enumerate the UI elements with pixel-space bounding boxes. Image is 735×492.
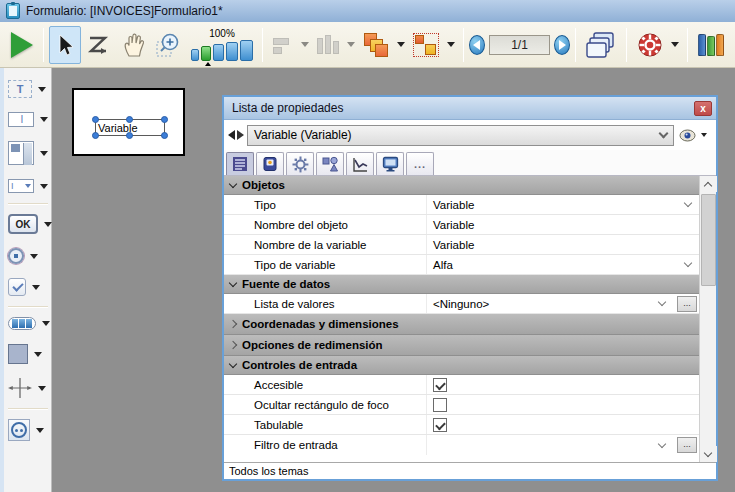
separator — [8, 306, 48, 307]
view-options-button[interactable] — [677, 129, 712, 142]
distribute-dropdown-arrow[interactable] — [347, 42, 355, 47]
splitter-tool-dropdown-arrow[interactable] — [38, 386, 46, 391]
property-list: Objetos Tipo Variable Nombre del objeto … — [224, 176, 699, 462]
zoom-bar-400[interactable] — [226, 42, 238, 61]
splitter-tool[interactable] — [8, 378, 46, 398]
zoom-bar-800[interactable] — [240, 40, 253, 61]
window-title: Formulario: [INVOICES]Formulario1* — [26, 4, 223, 18]
zoom-bar-200[interactable] — [213, 44, 224, 61]
selection-handle-bottom-right[interactable] — [161, 132, 168, 139]
form-list-button[interactable] — [581, 26, 621, 64]
zoom-bar-50[interactable] — [191, 49, 199, 61]
plugin-area-tool[interactable] — [8, 419, 44, 441]
chevron-right-icon — [229, 341, 237, 349]
method-button[interactable] — [632, 26, 668, 64]
ocultar-foco-checkbox[interactable] — [433, 398, 447, 412]
zoom-marker-icon — [205, 62, 211, 66]
execute-form-button[interactable] — [6, 26, 38, 64]
previous-page-button[interactable] — [469, 35, 485, 55]
property-label: Nombre de la variable — [224, 235, 427, 254]
section-header-coordenadas[interactable]: Coordenadas y dimensiones — [224, 314, 699, 335]
section-header-redimension[interactable]: Opciones de redimensión — [224, 335, 699, 356]
tab-control-tool[interactable] — [8, 317, 50, 330]
selection-tool-button[interactable] — [49, 26, 81, 64]
next-page-button[interactable] — [554, 35, 570, 55]
previous-object-button[interactable] — [228, 130, 235, 140]
tab-events[interactable] — [346, 152, 374, 175]
checkbox-tool-dropdown-arrow[interactable] — [32, 285, 40, 290]
tab-settings[interactable] — [286, 152, 314, 175]
tab-shapes[interactable] — [316, 152, 344, 175]
entry-order-tool-button[interactable] — [81, 26, 117, 64]
section-header-controles-entrada[interactable]: Controles de entrada — [224, 356, 699, 375]
rectangle-tool[interactable] — [8, 344, 42, 364]
tab-property-list[interactable] — [226, 152, 254, 175]
property-panel-titlebar[interactable]: Lista de propiedades x — [224, 97, 716, 120]
zoom-tool-button[interactable] — [151, 26, 187, 64]
separator — [626, 28, 627, 62]
entry-order-z-icon — [86, 33, 112, 57]
combobox-tool[interactable]: I — [8, 179, 48, 193]
close-button[interactable]: x — [694, 101, 712, 116]
tab-book[interactable] — [256, 152, 284, 175]
level-objects-button[interactable] — [358, 26, 394, 64]
selection-handle-top-middle[interactable] — [126, 116, 133, 123]
radio-tool[interactable] — [8, 248, 38, 264]
property-list-scrollbar[interactable] — [699, 176, 716, 462]
radio-tool-dropdown-arrow[interactable] — [30, 254, 38, 259]
tab-control-icon — [8, 317, 36, 330]
lista-valores-ellipsis-button[interactable]: ... — [677, 296, 697, 312]
scroll-up-button[interactable] — [700, 176, 717, 192]
tab-display[interactable] — [376, 152, 404, 175]
property-value: Variable — [433, 199, 474, 211]
explorer-button[interactable] — [693, 26, 729, 64]
distribute-objects-button — [312, 26, 344, 64]
object-selector-dropdown[interactable]: Variable (Variable) — [247, 125, 674, 146]
scrollbar-thumb[interactable] — [701, 194, 716, 286]
next-page-icon — [559, 40, 566, 50]
tab-more[interactable]: ... — [406, 152, 434, 175]
tabulable-checkbox[interactable] — [433, 418, 447, 432]
next-object-button[interactable] — [237, 130, 244, 140]
chevron-down-icon — [659, 129, 669, 139]
selection-handle-bottom-middle[interactable] — [126, 132, 133, 139]
rectangle-tool-dropdown-arrow[interactable] — [34, 352, 42, 357]
tipo-dropdown[interactable]: Variable — [427, 195, 699, 214]
accesible-checkbox[interactable] — [433, 378, 447, 392]
section-header-fuente-de-datos[interactable]: Fuente de datos — [224, 275, 699, 294]
input-tool[interactable]: I — [8, 112, 48, 127]
tab-control-dropdown-arrow[interactable] — [42, 321, 50, 326]
button-tool-dropdown-arrow[interactable] — [44, 222, 52, 227]
lista-valores-dropdown[interactable]: <Ninguno> ... — [427, 294, 699, 313]
scrollbar-track[interactable] — [700, 192, 717, 446]
button-tool[interactable]: OK — [8, 214, 52, 234]
tipo-variable-dropdown[interactable]: Alfa — [427, 255, 699, 274]
group-objects-button[interactable] — [408, 26, 444, 64]
themes-filter-label[interactable]: Todos los temas — [229, 465, 308, 477]
listbox-tool-dropdown-arrow[interactable] — [40, 151, 48, 156]
method-dropdown-arrow[interactable] — [671, 42, 679, 47]
zoom-bar-100-active[interactable] — [201, 46, 211, 61]
plugin-area-dropdown-arrow[interactable] — [36, 428, 44, 433]
selection-handle-top-left[interactable] — [92, 116, 99, 123]
text-tool-dropdown-arrow[interactable] — [38, 87, 46, 92]
nombre-objeto-input[interactable]: Variable — [427, 215, 699, 234]
scroll-down-button[interactable] — [700, 446, 717, 462]
checkbox-icon — [8, 278, 26, 296]
section-header-objetos[interactable]: Objetos — [224, 176, 699, 195]
input-tool-dropdown-arrow[interactable] — [40, 117, 48, 122]
listbox-tool[interactable] — [8, 141, 48, 165]
align-dropdown-arrow[interactable] — [301, 42, 309, 47]
text-tool[interactable]: T — [8, 80, 46, 98]
nombre-variable-input[interactable]: Variable — [427, 235, 699, 254]
level-dropdown-arrow[interactable] — [397, 42, 405, 47]
combobox-tool-dropdown-arrow[interactable] — [40, 184, 48, 189]
checkbox-tool[interactable] — [8, 278, 40, 296]
object-selector-value: Variable (Variable) — [254, 128, 352, 142]
selection-handle-bottom-left[interactable] — [92, 132, 99, 139]
filtro-entrada-dropdown[interactable]: ... — [427, 435, 699, 455]
filtro-entrada-ellipsis-button[interactable]: ... — [677, 437, 697, 453]
group-dropdown-arrow[interactable] — [447, 42, 455, 47]
move-tool-button[interactable] — [117, 26, 151, 64]
selection-handle-top-right[interactable] — [161, 116, 168, 123]
